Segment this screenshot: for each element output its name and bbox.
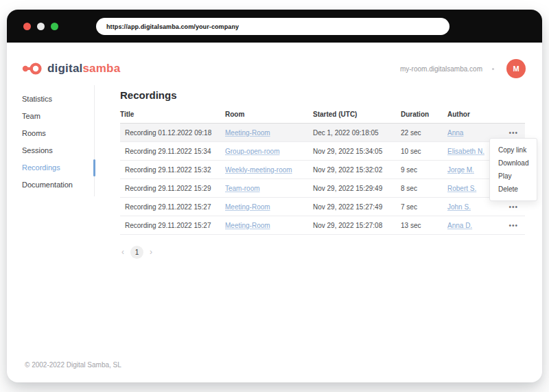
room-cell: Meeting-Room [225,216,313,235]
context-menu-item-copy-link[interactable]: Copy link [490,143,537,157]
column-header-title: Title [120,111,225,124]
table-row: Recording 29.11.2022 15:27 Meeting-Room … [120,216,525,235]
digitalsamba-logo-icon [22,61,43,76]
recordings-table: Title Room Started (UTC) Duration Author… [120,111,525,235]
table-row: Recording 29.11.2022 15:34 Group-open-ro… [120,142,525,161]
started-cell: Nov 29, 2022 15:29:49 [313,179,401,198]
recording-title-cell: Recording 29.11.2022 15:34 [120,142,225,161]
recording-title-cell: Recording 01.12.2022 09:18 [120,124,225,142]
author-link[interactable]: Jorge M. [447,166,474,174]
duration-cell: 8 sec [401,179,447,198]
pagination-page-1[interactable]: 1 [130,246,143,259]
column-header-author: Author [447,111,500,124]
author-link[interactable]: Anna [447,129,463,137]
sidebar-item-statistics[interactable]: Statistics [7,91,94,108]
row-actions-menu-icon[interactable]: ••• [509,222,518,229]
recording-title-cell: Recording 29.11.2022 15:32 [120,161,225,179]
row-actions-menu-icon[interactable]: ••• [509,203,518,211]
room-domain-text: my-room.digitalsamba.com [400,65,482,73]
duration-cell: 13 sec [401,216,447,235]
room-cell: Group-open-room [225,142,313,161]
app-header: digitalsamba my-room.digitalsamba.com M [7,52,542,85]
sidebar-item-sessions[interactable]: Sessions [7,142,94,159]
sidebar-item-team[interactable]: Team [7,108,94,125]
table-row: Recording 29.11.2022 15:29 Team-room Nov… [120,179,525,198]
digitalsamba-logo-text: digitalsamba [47,62,120,76]
column-header-room: Room [225,111,313,124]
room-link[interactable]: Meeting-Room [225,129,270,137]
digitalsamba-logo[interactable]: digitalsamba [22,61,120,76]
pagination-next-icon[interactable]: › [150,246,152,259]
close-window-icon[interactable] [23,23,31,30]
column-header-actions [500,111,525,124]
author-link[interactable]: John S. [447,203,471,211]
main-content: Recordings Title Room Started (UTC) Dura… [95,85,542,259]
room-link[interactable]: Group-open-room [225,148,279,155]
row-actions-menu-icon[interactable]: ••• [509,129,518,137]
context-menu-item-play[interactable]: Play [490,170,537,183]
header-right: my-room.digitalsamba.com M [400,59,526,78]
started-cell: Nov 29, 2022 15:27:49 [313,198,401,216]
table-row: Recording 29.11.2022 15:32 Weekly-meetin… [120,161,525,179]
sidebar-item-documentation[interactable]: Documentation [7,176,94,194]
room-cell: Meeting-Room [225,124,313,142]
author-link[interactable]: Robert S. [447,185,476,192]
pagination-prev-icon[interactable]: ‹ [121,246,124,259]
room-link[interactable]: Team-room [225,185,260,192]
started-cell: Nov 29, 2022 15:32:02 [313,161,401,179]
duration-cell: 22 sec [401,124,447,142]
app-body: StatisticsTeamRoomsSessionsRecordingsDoc… [7,85,542,259]
user-avatar[interactable]: M [506,59,526,78]
duration-cell: 9 sec [401,161,447,179]
recording-title-cell: Recording 29.11.2022 15:27 [120,216,225,235]
room-link[interactable]: Meeting-Room [225,222,270,229]
table-row: Recording 29.11.2022 15:27 Meeting-Room … [120,198,525,216]
author-link[interactable]: Elisabeth N. [447,148,484,155]
address-bar-url: https://app.digitalsamba.com/your-compan… [106,23,239,30]
column-header-started: Started (UTC) [313,111,401,124]
sidebar-item-rooms[interactable]: Rooms [7,125,94,142]
desktop-background: https://app.digitalsamba.com/your-compan… [0,0,549,392]
room-cell: Meeting-Room [225,198,313,216]
started-cell: Nov 29, 2022 15:27:08 [313,216,401,235]
window-controls [23,23,58,30]
room-cell: Weekly-meeting-room [225,161,313,179]
column-header-duration: Duration [401,111,447,124]
sidebar-nav: StatisticsTeamRoomsSessionsRecordingsDoc… [7,85,95,196]
pagination: ‹ 1 › [120,246,525,259]
started-cell: Dec 1, 2022 09:18:05 [313,124,401,142]
maximize-window-icon[interactable] [51,23,58,30]
duration-cell: 7 sec [401,198,447,216]
author-cell: Anna D. [447,216,500,235]
room-link[interactable]: Weekly-meeting-room [225,166,292,174]
browser-chrome: https://app.digitalsamba.com/your-compan… [7,10,542,43]
address-bar[interactable]: https://app.digitalsamba.com/your-compan… [96,18,449,35]
separator-dot-icon [492,68,494,70]
started-cell: Nov 29, 2022 15:34:05 [313,142,401,161]
recording-title-cell: Recording 29.11.2022 15:29 [120,179,225,198]
recording-title-cell: Recording 29.11.2022 15:27 [120,198,225,216]
context-menu-item-download[interactable]: Download [490,157,537,170]
room-cell: Team-room [225,179,313,198]
duration-cell: 10 sec [401,142,447,161]
sidebar-item-recordings[interactable]: Recordings [7,159,94,176]
copyright-footer: © 2002-2022 Digital Samba, SL [25,361,121,369]
context-menu-item-delete[interactable]: Delete [490,183,537,196]
room-link[interactable]: Meeting-Room [225,203,270,211]
browser-window: https://app.digitalsamba.com/your-compan… [7,10,542,382]
table-header-row: Title Room Started (UTC) Duration Author [120,111,525,124]
table-row: Recording 01.12.2022 09:18 Meeting-Room … [120,124,525,142]
minimize-window-icon[interactable] [37,23,45,30]
row-actions-context-menu: Copy linkDownloadPlayDelete [489,138,537,201]
author-link[interactable]: Anna D. [447,222,472,229]
page-title: Recordings [120,89,525,101]
actions-cell: ••• [500,216,525,235]
